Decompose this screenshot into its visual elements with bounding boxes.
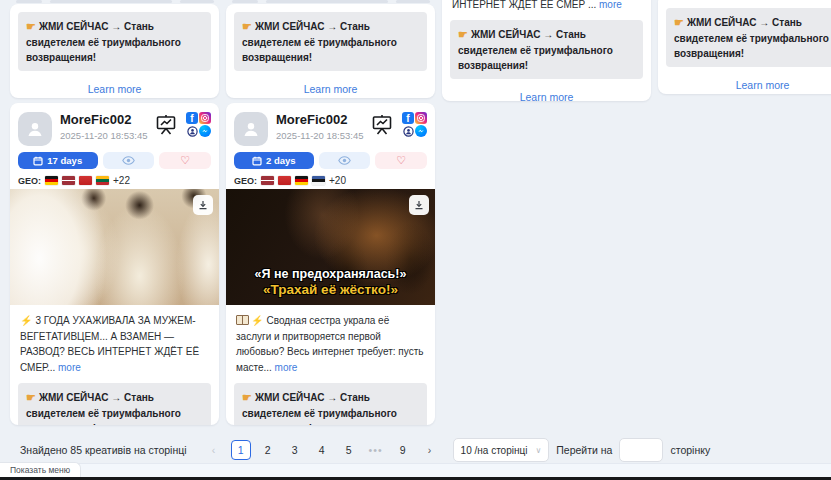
creatives-board: ☛ЖМИ СЕЙЧАС → Стань свидетелем её триумф…: [0, 0, 831, 480]
cut-card-remnant: [16, 0, 42, 3]
prev-page-button[interactable]: ‹: [204, 440, 224, 460]
profile-name[interactable]: MoreFic002: [276, 112, 370, 128]
pointing-hand-icon: ☛: [458, 28, 468, 40]
learn-more-link[interactable]: Learn more: [658, 75, 831, 95]
chevron-down-icon: ∨: [535, 446, 541, 455]
cta-banner: ☛ЖМИ СЕЙЧАС → Стань свидетелем её триумф…: [450, 20, 643, 79]
goto-page-label: Перейти на: [556, 444, 612, 456]
creative-card-cut: ИНТЕРНЕТ ЖДЁТ ЕЁ СМЕР ... more ☛ЖМИ СЕЙЧ…: [442, 0, 651, 101]
learn-more-link[interactable]: Learn more: [10, 79, 219, 99]
creative-card-cut: ☛ЖМИ СЕЙЧАС → Стань свидетелем её триумф…: [226, 4, 435, 98]
geo-more-count[interactable]: +20: [329, 175, 346, 186]
more-link[interactable]: more: [599, 0, 622, 10]
ad-text: ⚡3 ГОДА УХАЖИВАЛА ЗА МУЖЕМ-ВЕГЕТАТИВЦЕМ.…: [10, 305, 219, 381]
timestamp: 2025-11-20 18:53:45: [276, 130, 370, 141]
pointing-hand-icon: ☛: [26, 391, 36, 403]
flag-lithuania-icon: [96, 176, 109, 185]
cut-card-remnant: [396, 0, 430, 3]
heart-icon: ♡: [180, 155, 190, 166]
page-button-2[interactable]: 2: [258, 440, 278, 460]
show-menu-button[interactable]: Показать меню: [0, 462, 81, 477]
cta-banner-text: ЖМИ СЕЙЧАС → Стань свидетелем её триумфа…: [26, 392, 181, 425]
card-header: MoreFic002 2025-11-20 18:53:45 f: [10, 103, 219, 150]
page-size-select[interactable]: 10 /на сторінці∨: [453, 438, 550, 462]
lightning-icon: ⚡: [20, 315, 32, 326]
cut-card-remnant: [180, 0, 214, 3]
messenger-icon: [415, 125, 427, 137]
instagram-icon: [415, 112, 427, 124]
flag-germany-icon: [295, 176, 308, 185]
geo-row: GEO: +22: [10, 171, 219, 189]
days-active-button[interactable]: 2 days: [234, 152, 314, 169]
more-link[interactable]: more: [58, 362, 81, 373]
download-image-button[interactable]: [193, 195, 213, 215]
cta-banner-text: ЖМИ СЕЙЧАС → Стань свидетелем её триумфа…: [458, 29, 613, 71]
cut-card-remnant: [266, 0, 388, 3]
creative-card: MoreFic002 2025-11-20 18:53:45 f 2 days …: [226, 103, 435, 425]
geo-label: GEO:: [18, 176, 41, 186]
audience-chat-icon: [186, 125, 198, 137]
page-button-4[interactable]: 4: [312, 440, 332, 460]
timestamp: 2025-11-20 18:53:45: [60, 130, 154, 141]
learn-more-link[interactable]: Learn more: [442, 87, 651, 102]
days-active-button[interactable]: 17 days: [18, 152, 98, 169]
lightning-icon: ⚡: [251, 315, 263, 326]
facebook-icon: f: [186, 112, 198, 124]
flag-estonia-icon: [312, 176, 325, 185]
cta-banner: ☛ЖМИ СЕЙЧАС → Стань свидетелем её триумф…: [18, 383, 211, 425]
geo-row: GEO: +20: [226, 171, 435, 189]
page-button-1[interactable]: 1: [231, 440, 251, 460]
cta-banner-text: ЖМИ СЕЙЧАС → Стань свидетелем её триумфа…: [242, 21, 397, 63]
image-caption-line2: «Трахай её жёстко!»: [226, 282, 435, 297]
cta-banner: ☛ЖМИ СЕЙЧАС → Стань свидетелем её триумф…: [234, 12, 427, 71]
flag-red-icon: [79, 176, 92, 185]
pages-ellipsis[interactable]: •••: [366, 440, 386, 460]
flag-germany-icon: [45, 176, 58, 185]
creative-card-cut: ☛ЖМИ СЕЙЧАС → Стань свидетелем её триумф…: [10, 4, 219, 98]
learn-more-link[interactable]: Learn more: [226, 79, 435, 99]
page-button-9[interactable]: 9: [393, 440, 413, 460]
card-actions: 17 days ♡: [10, 150, 219, 171]
ad-creative-image[interactable]: «Я не предохранялась!» «Трахай её жёстко…: [226, 189, 435, 305]
favorite-heart-button[interactable]: ♡: [159, 152, 211, 169]
cta-banner: ☛ЖМИ СЕЙЧАС → Стань свидетелем её триумф…: [666, 8, 831, 67]
creative-card-cut: ☛ЖМИ СЕЙЧАС → Стань свидетелем её триумф…: [658, 0, 831, 94]
favorite-heart-button[interactable]: ♡: [375, 152, 427, 169]
preview-eye-button[interactable]: [103, 152, 155, 169]
stats-chart-icon[interactable]: [154, 113, 178, 137]
image-caption-line1: «Я не предохранялась!»: [226, 267, 435, 281]
page-button-5[interactable]: 5: [339, 440, 359, 460]
page-button-3[interactable]: 3: [285, 440, 305, 460]
cta-banner: ☛ЖМИ СЕЙЧАС → Стань свидетелем её триумф…: [18, 12, 211, 71]
cut-card-remnant: [232, 0, 258, 3]
cta-banner-text: ЖМИ СЕЙЧАС → Стань свидетелем её триумфа…: [674, 17, 829, 59]
geo-label: GEO:: [234, 176, 257, 186]
book-icon: [236, 315, 249, 325]
avatar: [234, 112, 268, 146]
goto-page-suffix: сторінку: [670, 444, 710, 456]
facebook-icon: f: [402, 112, 414, 124]
cta-banner-text: ЖМИ СЕЙЧАС → Стань свидетелем её триумфа…: [242, 392, 397, 425]
geo-more-count[interactable]: +22: [113, 175, 130, 186]
pointing-hand-icon: ☛: [674, 16, 684, 28]
download-image-button[interactable]: [409, 195, 429, 215]
audience-chat-icon: [402, 125, 414, 137]
more-link[interactable]: more: [275, 362, 298, 373]
profile-name[interactable]: MoreFic002: [60, 112, 154, 128]
cta-banner-text: ЖМИ СЕЙЧАС → Стань свидетелем её триумфа…: [26, 21, 181, 63]
results-summary: Знайдено 85 креативів на сторінці: [20, 444, 187, 456]
pointing-hand-icon: ☛: [242, 20, 252, 32]
placements: f: [186, 112, 211, 137]
flag-latvia-icon: [261, 176, 274, 185]
image-caption: «Я не предохранялась!» «Трахай её жёстко…: [226, 267, 435, 297]
preview-eye-button[interactable]: [319, 152, 371, 169]
ad-text-tail: ИНТЕРНЕТ ЖДЁТ ЕЁ СМЕР ... more: [442, 0, 651, 12]
avatar: [18, 112, 52, 146]
goto-page-input[interactable]: [619, 438, 663, 462]
ad-creative-image[interactable]: [10, 189, 219, 305]
placements: f: [402, 112, 427, 137]
card-header: MoreFic002 2025-11-20 18:53:45 f: [226, 103, 435, 150]
creative-card: MoreFic002 2025-11-20 18:53:45 f 17 days…: [10, 103, 219, 425]
stats-chart-icon[interactable]: [370, 113, 394, 137]
next-page-button[interactable]: ›: [420, 440, 440, 460]
